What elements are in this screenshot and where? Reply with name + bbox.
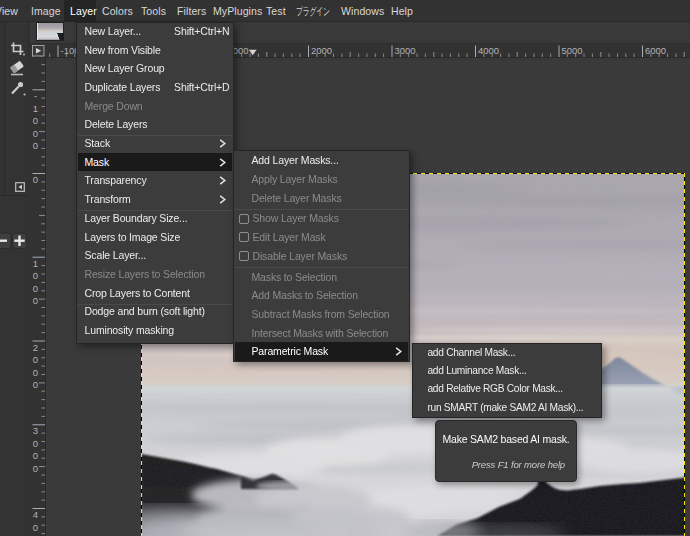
svg-text:6000: 6000 — [645, 45, 666, 56]
svg-text:0: 0 — [33, 140, 38, 151]
svg-text:4: 4 — [33, 509, 38, 520]
svg-text:0: 0 — [33, 379, 38, 390]
svg-text:0: 0 — [33, 354, 38, 365]
svg-text:-: - — [34, 90, 37, 101]
svg-text:1: 1 — [33, 258, 38, 269]
svg-text:5000: 5000 — [562, 45, 583, 56]
svg-text:0: 0 — [33, 463, 38, 474]
svg-text:2: 2 — [33, 342, 38, 353]
svg-text:0: 0 — [33, 438, 38, 449]
svg-text:3000: 3000 — [395, 45, 416, 56]
svg-text:0: 0 — [33, 128, 38, 139]
svg-text:0: 0 — [33, 367, 38, 378]
svg-text:0: 0 — [33, 283, 38, 294]
svg-text:0: 0 — [33, 270, 38, 281]
svg-text:3: 3 — [33, 425, 38, 436]
svg-text:1: 1 — [33, 103, 38, 114]
svg-text:4000: 4000 — [478, 45, 499, 56]
svg-text:0: 0 — [33, 522, 38, 533]
svg-text:0: 0 — [33, 295, 38, 306]
svg-text:0: 0 — [33, 115, 38, 126]
svg-text:0: 0 — [33, 174, 38, 185]
svg-text:2000: 2000 — [311, 45, 332, 56]
svg-text:0: 0 — [33, 450, 38, 461]
